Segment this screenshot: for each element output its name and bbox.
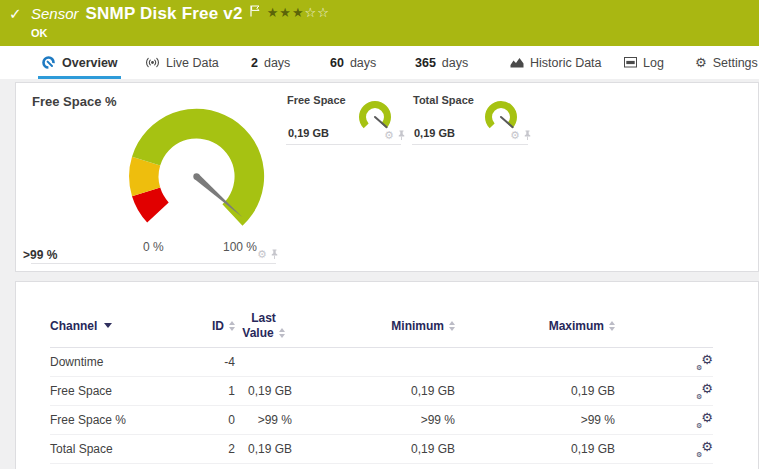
main-gauge-min-label: 0 % bbox=[143, 240, 164, 254]
tab-60-days[interactable]: 60days bbox=[327, 46, 379, 79]
table-row-total-space: Total Space 2 0,19 GB 0,19 GB 0,19 GB ⚙⚙ bbox=[50, 435, 713, 464]
total-space-gauge-value: 0,19 GB bbox=[414, 127, 455, 139]
pin-icon[interactable] bbox=[270, 249, 279, 260]
header-maximum[interactable]: Maximum bbox=[455, 319, 615, 333]
gear-icon[interactable]: ⚙ bbox=[384, 130, 394, 141]
area-chart-icon bbox=[510, 57, 524, 68]
tab-overview[interactable]: Overview bbox=[38, 46, 121, 79]
channel-name[interactable]: Downtime bbox=[50, 355, 185, 369]
stars-filled: ★★★ bbox=[267, 5, 305, 20]
channel-maximum: 0,19 GB bbox=[455, 384, 615, 398]
table-header-row: Channel ID Last Value Minimum bbox=[50, 304, 713, 348]
main-gauge-actions: ⚙ bbox=[257, 249, 279, 260]
tab-log[interactable]: Log bbox=[621, 46, 667, 79]
total-space-gauge-title: Total Space bbox=[413, 94, 474, 106]
channel-id: 0 bbox=[185, 413, 235, 427]
free-space-gauge-value: 0,19 GB bbox=[288, 127, 329, 139]
channel-id: 2 bbox=[185, 442, 235, 456]
free-space-gauge-actions: ⚙ bbox=[384, 130, 406, 141]
sort-caret-down-icon bbox=[104, 323, 112, 328]
tile-divider bbox=[412, 144, 528, 145]
tab-label: Settings bbox=[713, 56, 758, 70]
channel-maximum: 0,19 GB bbox=[455, 442, 615, 456]
tab-365-days[interactable]: 365days bbox=[412, 46, 471, 79]
tab-settings[interactable]: ⚙ Settings bbox=[692, 46, 759, 79]
sort-arrows-icon bbox=[609, 321, 615, 331]
sensor-title-row: Sensor SNMP Disk Free v2 ★★★☆☆ bbox=[31, 4, 330, 24]
edit-channel-icon[interactable]: ⚙⚙ bbox=[696, 384, 713, 399]
status-check-icon: ✓ bbox=[9, 5, 22, 23]
tile-divider bbox=[286, 144, 401, 145]
tab-2-days[interactable]: 2days bbox=[248, 46, 293, 79]
header-id[interactable]: ID bbox=[185, 319, 235, 333]
edit-channel-icon[interactable]: ⚙⚙ bbox=[696, 413, 713, 428]
channel-minimum: >99 % bbox=[292, 413, 455, 427]
sensor-status-badge: OK bbox=[31, 27, 48, 39]
stars-empty: ☆☆ bbox=[305, 5, 330, 20]
sensor-header: ✓ Sensor SNMP Disk Free v2 ★★★☆☆ OK bbox=[0, 0, 759, 46]
sort-arrows-icon bbox=[279, 328, 285, 338]
channel-id: -4 bbox=[185, 355, 235, 369]
table-row-free-space: Free Space 1 0,19 GB 0,19 GB 0,19 GB ⚙⚙ bbox=[50, 377, 713, 406]
total-space-gauge-actions: ⚙ bbox=[510, 130, 532, 141]
channel-last-value: 0,19 GB bbox=[235, 384, 292, 398]
tab-live-data[interactable]: Live Data bbox=[142, 46, 222, 79]
channel-maximum: >99 % bbox=[455, 413, 615, 427]
tab-label: days bbox=[264, 56, 290, 70]
tab-bar: Overview Live Data 2days 60days 365days bbox=[0, 46, 759, 79]
table-row-downtime: Downtime -4 ⚙⚙ bbox=[50, 348, 713, 377]
tab-number: 60 bbox=[330, 56, 344, 70]
channel-minimum: 0,19 GB bbox=[292, 384, 455, 398]
channels-panel: Channel ID Last Value Minimum bbox=[15, 281, 759, 469]
tab-number: 365 bbox=[415, 56, 436, 70]
prtg-sensor-overview-page: ✓ Sensor SNMP Disk Free v2 ★★★☆☆ OK Ove bbox=[0, 0, 759, 469]
priority-stars[interactable]: ★★★☆☆ bbox=[267, 5, 330, 20]
tab-label: Live Data bbox=[166, 56, 219, 70]
gear-icon[interactable]: ⚙ bbox=[510, 130, 520, 141]
tab-label: days bbox=[442, 56, 468, 70]
header-last-value[interactable]: Last Value bbox=[235, 311, 292, 340]
table-row-free-space-pct: Free Space % 0 >99 % >99 % >99 % ⚙⚙ bbox=[50, 406, 713, 435]
channel-name[interactable]: Free Space % bbox=[50, 413, 185, 427]
tab-label: days bbox=[350, 56, 376, 70]
broadcast-icon bbox=[145, 56, 160, 69]
gear-icon: ⚙ bbox=[695, 55, 707, 70]
main-gauge bbox=[124, 104, 269, 244]
main-gauge-max-label: 100 % bbox=[223, 240, 257, 254]
channel-name[interactable]: Total Space bbox=[50, 442, 185, 456]
edit-channel-icon[interactable]: ⚙⚙ bbox=[696, 355, 713, 370]
channels-table: Channel ID Last Value Minimum bbox=[50, 304, 713, 464]
tab-historic-data[interactable]: Historic Data bbox=[507, 46, 605, 79]
sensor-title: SNMP Disk Free v2 bbox=[86, 4, 243, 24]
tile-divider bbox=[31, 263, 276, 264]
pin-icon[interactable] bbox=[523, 130, 532, 141]
edit-channel-icon[interactable]: ⚙⚙ bbox=[696, 442, 713, 457]
channel-minimum: 0,19 GB bbox=[292, 442, 455, 456]
pin-icon[interactable] bbox=[397, 130, 406, 141]
header-channel[interactable]: Channel bbox=[50, 319, 185, 333]
tab-number: 2 bbox=[251, 56, 258, 70]
sensor-kind-label: Sensor bbox=[31, 5, 79, 22]
channel-id: 1 bbox=[185, 384, 235, 398]
free-space-gauge-title: Free Space bbox=[287, 94, 346, 106]
tab-label: Log bbox=[643, 56, 664, 70]
log-list-icon bbox=[624, 57, 637, 68]
tab-label: Historic Data bbox=[530, 56, 602, 70]
main-gauge-value: >99 % bbox=[23, 248, 57, 262]
main-gauge-title: Free Space % bbox=[32, 94, 117, 109]
channel-last-value: 0,19 GB bbox=[235, 442, 292, 456]
channel-last-value: >99 % bbox=[235, 413, 292, 427]
flag-icon[interactable] bbox=[250, 5, 260, 17]
gauge-icon bbox=[41, 55, 56, 70]
gauges-panel: Free Space % 0 % 100 % >99 % ⚙ Fre bbox=[15, 82, 759, 272]
channel-name[interactable]: Free Space bbox=[50, 384, 185, 398]
header-minimum[interactable]: Minimum bbox=[292, 319, 455, 333]
tab-label: Overview bbox=[62, 56, 118, 70]
gear-icon[interactable]: ⚙ bbox=[257, 249, 267, 260]
